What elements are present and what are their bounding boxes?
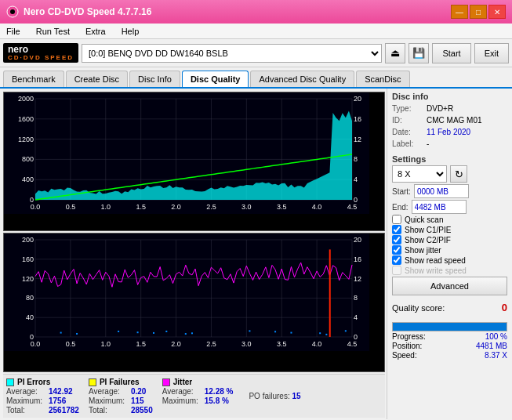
pi-errors-avg-label: Average: — [6, 387, 45, 396]
end-mb-label: End: — [392, 203, 409, 212]
pi-errors-total-val: 2561782 — [49, 406, 79, 415]
show-jitter-row: Show jitter — [392, 245, 507, 255]
show-write-row: Show write speed — [392, 266, 507, 275]
show-read-row: Show read speed — [392, 255, 507, 265]
progress-bar-fill — [393, 323, 507, 331]
pi-failures-avg-val: 0.20 — [131, 387, 146, 396]
menu-file[interactable]: File — [3, 25, 24, 38]
quick-scan-checkbox[interactable] — [392, 215, 401, 224]
chart2-canvas — [4, 234, 369, 351]
nero-logo: nero CD·DVD SPEED — [3, 43, 78, 63]
main-content: PI Errors Average: 142.92 Maximum: 1756 … — [0, 89, 512, 419]
disc-date-row: Date: 11 Feb 2020 — [392, 128, 507, 136]
quick-scan-label: Quick scan — [405, 215, 443, 224]
stats-row: PI Errors Average: 142.92 Maximum: 1756 … — [3, 374, 385, 418]
eject-button[interactable]: ⏏ — [385, 43, 405, 63]
save-button[interactable]: 💾 — [409, 43, 429, 63]
charts-area: PI Errors Average: 142.92 Maximum: 1756 … — [0, 89, 387, 419]
disc-date-label: Date: — [392, 128, 423, 136]
tab-disc-quality[interactable]: Disc Quality — [182, 71, 249, 87]
end-mb-row: End: — [392, 200, 507, 214]
pi-failures-total-label: Total: — [89, 406, 128, 415]
po-failures-val: 15 — [292, 392, 300, 400]
jitter-max-label: Maximum: — [162, 396, 202, 405]
position-label: Position: — [392, 342, 422, 350]
menu-run-test[interactable]: Run Test — [33, 25, 73, 38]
show-c1-checkbox[interactable] — [392, 225, 401, 234]
toolbar: nero CD·DVD SPEED [0:0] BENQ DVD DD DW16… — [0, 39, 512, 67]
maximize-button[interactable]: □ — [470, 5, 487, 19]
jitter-max-val: 15.8 % — [205, 396, 229, 405]
pi-errors-max-val: 1756 — [49, 396, 66, 405]
end-mb-input[interactable] — [412, 200, 467, 214]
window-title: Nero CD-DVD Speed 4.7.7.16 — [24, 6, 151, 17]
quality-score-label: Quality score: — [392, 303, 445, 313]
settings-section: Settings 8 X ↻ Start: End: Quick scan — [392, 154, 507, 295]
disc-label-label: Label: — [392, 139, 423, 148]
svg-point-1 — [10, 9, 15, 14]
tab-advanced-disc-quality[interactable]: Advanced Disc Quality — [250, 71, 354, 87]
disc-id-val: CMC MAG M01 — [427, 116, 482, 125]
menu-bar: File Run Test Extra Help — [0, 24, 512, 39]
pi-failures-title: PI Failures — [100, 378, 140, 386]
drive-select[interactable]: [0:0] BENQ DVD DD DW1640 BSLB — [82, 44, 382, 63]
pi-failures-max-val: 115 — [131, 396, 144, 405]
start-button[interactable]: Start — [432, 43, 470, 63]
tab-disc-info[interactable]: Disc Info — [129, 71, 180, 87]
show-write-checkbox — [392, 266, 401, 275]
pi-errors-total-label: Total: — [6, 406, 45, 415]
pi-errors-avg-val: 142.92 — [49, 387, 73, 396]
exit-button[interactable]: Exit — [474, 43, 509, 63]
disc-id-row: ID: CMC MAG M01 — [392, 116, 507, 125]
start-mb-input[interactable] — [414, 184, 469, 198]
jitter-avg-val: 12.28 % — [205, 387, 234, 396]
tab-benchmark[interactable]: Benchmark — [3, 71, 64, 87]
disc-date-val: 11 Feb 2020 — [427, 128, 470, 136]
window-controls: — □ ✕ — [451, 5, 506, 19]
disc-type-row: Type: DVD+R — [392, 104, 507, 113]
close-button[interactable]: ✕ — [488, 5, 506, 19]
start-mb-row: Start: — [392, 184, 507, 198]
settings-title: Settings — [392, 154, 507, 164]
position-value: 4481 MB — [476, 342, 507, 350]
app-icon — [6, 5, 19, 18]
tab-scandisc[interactable]: ScanDisc — [356, 71, 409, 87]
jitter-legend — [162, 378, 170, 386]
progress-label: Progress: — [392, 332, 426, 341]
pi-errors-stats: PI Errors Average: 142.92 Maximum: 1756 … — [6, 378, 79, 415]
jitter-title: Jitter — [173, 378, 192, 386]
pi-failures-legend — [89, 378, 96, 386]
show-read-checkbox[interactable] — [392, 255, 401, 265]
tab-create-disc[interactable]: Create Disc — [66, 71, 128, 87]
show-c2-checkbox[interactable] — [392, 235, 401, 244]
show-c2-label: Show C2/PIF — [405, 236, 451, 244]
disc-label-val: - — [427, 139, 429, 148]
menu-help[interactable]: Help — [118, 25, 143, 38]
chart-jitter — [3, 233, 385, 372]
refresh-button[interactable]: ↻ — [450, 165, 467, 183]
title-bar: Nero CD-DVD Speed 4.7.7.16 — □ ✕ — [0, 0, 512, 24]
po-failures-label: PO failures: — [249, 392, 289, 400]
chart1-canvas — [4, 92, 369, 214]
menu-extra[interactable]: Extra — [82, 25, 109, 38]
minimize-button[interactable]: — — [451, 5, 468, 19]
progress-bar-container — [392, 322, 507, 331]
quick-scan-row: Quick scan — [392, 215, 507, 224]
progress-value: 100 % — [485, 332, 507, 341]
speed-select[interactable]: 8 X — [392, 165, 447, 183]
show-jitter-checkbox[interactable] — [392, 245, 401, 255]
speed-value: 8.37 X — [485, 351, 507, 360]
po-failures-stats: PO failures: 15 — [242, 378, 300, 415]
pi-errors-legend — [6, 378, 14, 386]
progress-percent-row: Progress: 100 % — [392, 332, 507, 341]
advanced-button[interactable]: Advanced — [392, 277, 507, 295]
pi-errors-max-label: Maximum: — [6, 396, 45, 405]
speed-row-progress: Speed: 8.37 X — [392, 351, 507, 360]
pi-failures-total-val: 28550 — [131, 406, 153, 415]
position-row: Position: 4481 MB — [392, 342, 507, 350]
pi-failures-avg-label: Average: — [89, 387, 128, 396]
disc-id-label: ID: — [392, 116, 423, 125]
jitter-avg-label: Average: — [162, 387, 202, 396]
show-jitter-label: Show jitter — [405, 246, 441, 255]
speed-row: 8 X ↻ — [392, 165, 507, 183]
